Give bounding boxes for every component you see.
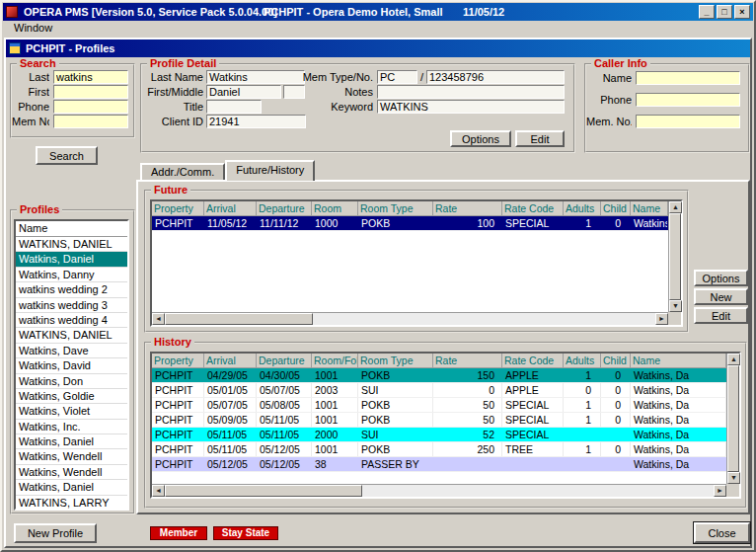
mem-type-field[interactable]: PC [377, 70, 417, 84]
history-row[interactable]: PCHPIT 05/01/05 05/07/05 2003 SUI 0 APPL… [152, 383, 726, 398]
menu-window[interactable]: Window [10, 22, 56, 34]
search-memno-input[interactable] [53, 115, 128, 128]
profile-list-item[interactable]: Watkins, Daniel [16, 252, 127, 267]
scrollbar-thumb[interactable] [165, 485, 362, 497]
profile-list-item[interactable]: Watkins, Daniel [16, 480, 127, 495]
new-profile-button[interactable]: New Profile [14, 523, 97, 543]
title-bar: OPERA PMS [Version 5.0, Service Pack 5.0… [3, 3, 753, 21]
profile-list-item[interactable]: Watkins, Goldie [16, 389, 127, 404]
profile-list-item[interactable]: WATKINS, DANIEL [16, 328, 127, 343]
caller-memno-label: Mem. No. [586, 115, 632, 128]
profile-list-item[interactable]: Watkins, Wendell [16, 449, 127, 464]
member-badge[interactable]: Member [150, 526, 207, 540]
cell-rate-code: SPECIAL [502, 428, 564, 441]
search-phone-input[interactable] [53, 100, 128, 114]
scroll-down-button[interactable]: ▼ [669, 300, 682, 312]
scrollbar-track[interactable] [165, 485, 714, 497]
profile-list-item[interactable]: Watkins, Wendell [16, 465, 127, 480]
scrollbar-track[interactable] [727, 365, 739, 472]
history-row[interactable]: PCHPIT 05/12/05 05/12/05 38 PASSER BY Wa… [152, 457, 726, 472]
close-button[interactable]: Close [694, 522, 750, 543]
scroll-left-button[interactable]: ◄ [152, 313, 165, 325]
history-row[interactable]: PCHPIT 05/11/05 05/12/05 1001 POKB 250 T… [152, 442, 726, 457]
keyword-field[interactable]: WATKINS [377, 100, 565, 114]
notes-field[interactable] [377, 85, 565, 99]
scrollbar-track[interactable] [165, 313, 655, 325]
scroll-right-button[interactable]: ► [714, 485, 726, 497]
search-first-input[interactable] [53, 85, 128, 99]
scrollbar-thumb[interactable] [165, 313, 313, 325]
cell-rate-code: SPECIAL [502, 216, 564, 230]
profile-list-item[interactable]: watkins wedding 2 [16, 282, 127, 297]
caller-memno-input[interactable] [636, 115, 740, 128]
profile-list-item[interactable]: watkins wedding 4 [16, 313, 127, 328]
future-vertical-scrollbar[interactable]: ▲ ▼ [668, 201, 681, 312]
client-id-field[interactable]: 21941 [206, 115, 306, 128]
profile-name: Watkins, Wendell [19, 466, 102, 478]
profile-list-item[interactable]: Watkins, Daniel [16, 434, 127, 449]
cell-child: 0 [601, 368, 631, 382]
cell-rate-code: TREE [502, 442, 564, 456]
history-vertical-scrollbar[interactable]: ▲ ▼ [726, 354, 739, 484]
search-last-input[interactable] [53, 70, 128, 84]
history-group: History PropertyArrivalDepartureRoom/Fol… [144, 342, 747, 509]
profile-list-item[interactable]: Watkins, Don [16, 374, 127, 389]
history-horizontal-scrollbar[interactable]: ◄ ► [152, 484, 726, 497]
tab-future-history[interactable]: Future/History [225, 160, 315, 181]
side-options-button[interactable]: Options [694, 270, 748, 286]
profile-list-item[interactable]: WATKINS, LARRY [16, 496, 127, 511]
scroll-right-button[interactable]: ► [655, 313, 668, 325]
future-horizontal-scrollbar[interactable]: ◄ ► [152, 312, 668, 325]
cell-rate-code: SPECIAL [502, 398, 564, 412]
profile-detail-group: Profile Detail Last Name Watkins Mem Typ… [140, 63, 575, 153]
minimize-button[interactable]: _ [699, 5, 715, 19]
history-row[interactable]: PCHPIT 05/07/05 05/08/05 1001 POKB 50 SP… [152, 398, 726, 413]
side-edit-button[interactable]: Edit [694, 307, 748, 324]
window-close-button[interactable]: × [734, 5, 750, 19]
scroll-down-button[interactable]: ▼ [727, 472, 740, 484]
stay-state-badge[interactable]: Stay State [213, 526, 278, 540]
scroll-up-button[interactable]: ▲ [669, 201, 682, 213]
tab-addr-comm[interactable]: Addr./Comm. [140, 163, 225, 181]
search-phone-label: Phone [12, 100, 49, 114]
future-grid-body: PropertyArrivalDepartureRoomRoom TypeRat… [152, 201, 668, 312]
scrollbar-thumb[interactable] [727, 365, 739, 472]
maximize-button[interactable]: □ [717, 5, 732, 19]
side-new-button[interactable]: New [694, 288, 748, 305]
profile-list-item[interactable]: Watkins, Violet [16, 404, 127, 419]
cell-child [601, 428, 631, 441]
profile-edit-button[interactable]: Edit [515, 130, 565, 147]
cell-room-fol: 1001 [312, 413, 358, 427]
profile-list-item[interactable]: WATKINS, DANIEL [16, 237, 127, 252]
column-header: Room Type [358, 201, 433, 216]
profile-list-item[interactable]: Watkins, Inc. [16, 420, 127, 434]
history-row[interactable]: PCHPIT 04/29/05 04/30/05 1001 POKB 150 A… [152, 368, 726, 383]
scrollbar-thumb[interactable] [669, 213, 681, 300]
history-row[interactable]: PCHPIT 05/11/05 05/11/05 2000 SUI 52 SPE… [152, 428, 726, 442]
first-name-field[interactable]: Daniel [206, 85, 281, 99]
future-row[interactable]: PCHPIT 11/05/12 11/11/12 1000 POKB 100 S… [152, 216, 668, 231]
scroll-left-button[interactable]: ◄ [152, 485, 165, 497]
caller-name-input[interactable] [636, 71, 740, 85]
column-header: Child [601, 201, 631, 216]
tab-label: Addr./Comm. [151, 166, 214, 178]
scroll-up-button[interactable]: ▲ [727, 354, 740, 365]
caller-phone-input[interactable] [636, 93, 740, 107]
title-field[interactable] [206, 100, 262, 114]
notes-label: Notes [288, 85, 373, 99]
profile-list-item[interactable]: Watkins, David [16, 358, 127, 373]
profile-list-item[interactable]: Watkins, Dave [16, 344, 127, 358]
profile-list-item[interactable]: Watkins, Danny [16, 268, 127, 282]
history-row[interactable]: PCHPIT 05/09/05 05/11/05 1001 POKB 50 SP… [152, 413, 726, 428]
scrollbar-track[interactable] [669, 213, 681, 300]
profile-options-button[interactable]: Options [450, 130, 511, 147]
cell-rate [433, 457, 502, 471]
mem-no-field[interactable]: 123458796 [426, 70, 565, 84]
tab-label: Future/History [236, 164, 304, 176]
profile-list-item[interactable]: watkins wedding 3 [16, 298, 127, 313]
profile-name: watkins wedding 2 [19, 283, 108, 295]
cell-room: 1000 [312, 216, 358, 230]
cell-child: 0 [601, 216, 631, 230]
search-button[interactable]: Search [36, 146, 98, 165]
cell-property: PCHPIT [152, 457, 204, 471]
